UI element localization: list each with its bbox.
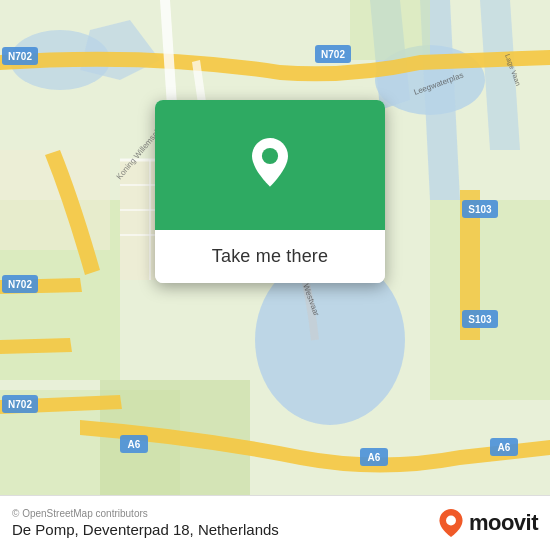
bottom-bar: © OpenStreetMap contributors De Pomp, De… [0, 495, 550, 550]
moovit-logo: moovit [437, 509, 538, 537]
take-me-there-button[interactable]: Take me there [202, 244, 338, 269]
svg-text:S103: S103 [468, 204, 492, 215]
popup-button-area[interactable]: Take me there [155, 230, 385, 283]
svg-text:A6: A6 [128, 439, 141, 450]
popup-card: Take me there [155, 100, 385, 283]
map-attribution: © OpenStreetMap contributors [12, 508, 279, 519]
moovit-pin-icon [437, 509, 465, 537]
svg-point-40 [262, 148, 278, 164]
bottom-info: © OpenStreetMap contributors De Pomp, De… [12, 508, 279, 538]
svg-text:N702: N702 [8, 51, 32, 62]
svg-rect-7 [430, 200, 550, 400]
svg-text:A6: A6 [368, 452, 381, 463]
location-pin-icon [243, 138, 297, 192]
popup-map-preview [155, 100, 385, 230]
map-container: N702 N702 N702 N702 S103 S103 A6 A6 A6 K… [0, 0, 550, 495]
location-name: De Pomp, Deventerpad 18, Netherlands [12, 521, 279, 538]
moovit-brand-text: moovit [469, 510, 538, 536]
svg-text:N702: N702 [8, 399, 32, 410]
svg-text:S103: S103 [468, 314, 492, 325]
svg-text:N702: N702 [8, 279, 32, 290]
svg-point-41 [446, 516, 456, 526]
svg-text:A6: A6 [498, 442, 511, 453]
svg-text:N702: N702 [321, 49, 345, 60]
svg-rect-6 [350, 0, 430, 60]
